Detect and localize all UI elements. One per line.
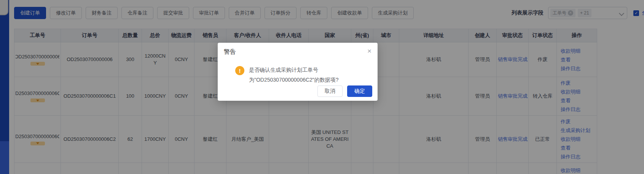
dialog-footer: 取消 确定 [317,85,372,97]
warning-dialog: 警告 × ! 是否确认生成采购计划工单号 为"OD25030700000006C… [218,43,378,101]
close-icon[interactable]: × [367,47,371,55]
dialog-title: 警告 [224,48,236,56]
dialog-message: 是否确认生成采购计划工单号 为"OD25030700000006C2"的数据项? [249,65,339,85]
dialog-message-line2: 为"OD25030700000006C2"的数据项? [249,75,339,85]
dialog-body: ! 是否确认生成采购计划工单号 为"OD25030700000006C2"的数据… [235,65,371,85]
confirm-button[interactable]: 确定 [347,85,372,97]
dialog-message-line1: 是否确认生成采购计划工单号 [249,65,339,75]
order-management-page: 创建订单修改订单财务备注仓库备注提交审批审批订单合并订单订单拆分转仓库创建收款单… [0,0,644,174]
warning-icon: ! [235,66,244,75]
cancel-button[interactable]: 取消 [317,85,343,97]
